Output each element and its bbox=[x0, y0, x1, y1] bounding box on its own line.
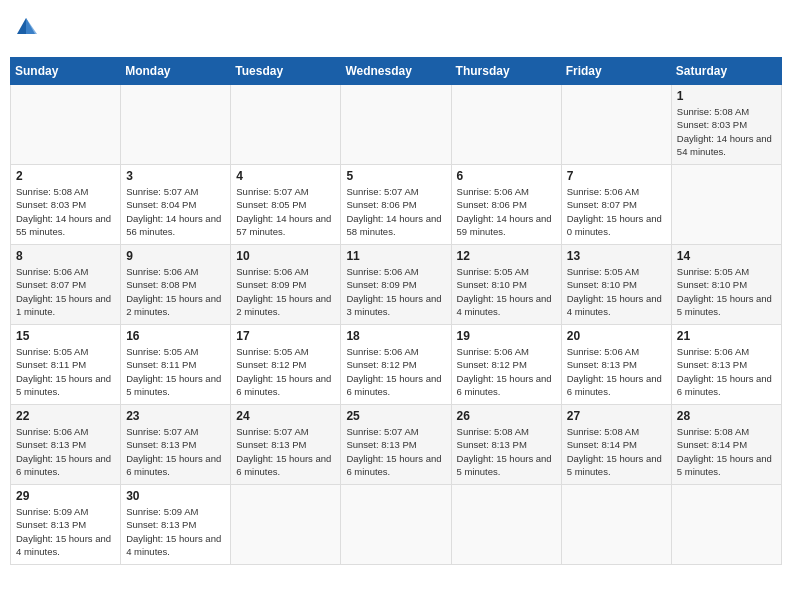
calendar-cell: 4Sunrise: 5:07 AMSunset: 8:05 PMDaylight… bbox=[231, 165, 341, 245]
day-info: Sunrise: 5:05 AMSunset: 8:10 PMDaylight:… bbox=[677, 266, 772, 317]
calendar-cell: 28Sunrise: 5:08 AMSunset: 8:14 PMDayligh… bbox=[671, 405, 781, 485]
calendar-cell: 17Sunrise: 5:05 AMSunset: 8:12 PMDayligh… bbox=[231, 325, 341, 405]
day-number: 12 bbox=[457, 249, 556, 263]
day-header-thursday: Thursday bbox=[451, 58, 561, 85]
day-number: 27 bbox=[567, 409, 666, 423]
day-info: Sunrise: 5:09 AMSunset: 8:13 PMDaylight:… bbox=[126, 506, 221, 557]
day-header-saturday: Saturday bbox=[671, 58, 781, 85]
day-info: Sunrise: 5:07 AMSunset: 8:05 PMDaylight:… bbox=[236, 186, 331, 237]
calendar-cell: 27Sunrise: 5:08 AMSunset: 8:14 PMDayligh… bbox=[561, 405, 671, 485]
calendar-cell: 30Sunrise: 5:09 AMSunset: 8:13 PMDayligh… bbox=[121, 485, 231, 565]
day-info: Sunrise: 5:05 AMSunset: 8:12 PMDaylight:… bbox=[236, 346, 331, 397]
day-number: 30 bbox=[126, 489, 225, 503]
day-info: Sunrise: 5:06 AMSunset: 8:07 PMDaylight:… bbox=[16, 266, 111, 317]
week-row-5: 22Sunrise: 5:06 AMSunset: 8:13 PMDayligh… bbox=[11, 405, 782, 485]
day-number: 15 bbox=[16, 329, 115, 343]
day-header-wednesday: Wednesday bbox=[341, 58, 451, 85]
calendar-cell: 29Sunrise: 5:09 AMSunset: 8:13 PMDayligh… bbox=[11, 485, 121, 565]
calendar-cell: 1Sunrise: 5:08 AMSunset: 8:03 PMDaylight… bbox=[671, 85, 781, 165]
days-header-row: SundayMondayTuesdayWednesdayThursdayFrid… bbox=[11, 58, 782, 85]
day-info: Sunrise: 5:05 AMSunset: 8:11 PMDaylight:… bbox=[16, 346, 111, 397]
calendar-cell: 9Sunrise: 5:06 AMSunset: 8:08 PMDaylight… bbox=[121, 245, 231, 325]
calendar-cell: 22Sunrise: 5:06 AMSunset: 8:13 PMDayligh… bbox=[11, 405, 121, 485]
day-info: Sunrise: 5:06 AMSunset: 8:12 PMDaylight:… bbox=[346, 346, 441, 397]
day-info: Sunrise: 5:07 AMSunset: 8:06 PMDaylight:… bbox=[346, 186, 441, 237]
calendar-cell bbox=[121, 85, 231, 165]
calendar-cell bbox=[341, 485, 451, 565]
calendar-cell: 23Sunrise: 5:07 AMSunset: 8:13 PMDayligh… bbox=[121, 405, 231, 485]
day-number: 1 bbox=[677, 89, 776, 103]
day-number: 23 bbox=[126, 409, 225, 423]
calendar-cell: 21Sunrise: 5:06 AMSunset: 8:13 PMDayligh… bbox=[671, 325, 781, 405]
calendar-cell: 2Sunrise: 5:08 AMSunset: 8:03 PMDaylight… bbox=[11, 165, 121, 245]
calendar-cell bbox=[451, 85, 561, 165]
day-info: Sunrise: 5:06 AMSunset: 8:13 PMDaylight:… bbox=[567, 346, 662, 397]
day-number: 26 bbox=[457, 409, 556, 423]
day-number: 19 bbox=[457, 329, 556, 343]
day-info: Sunrise: 5:08 AMSunset: 8:03 PMDaylight:… bbox=[16, 186, 111, 237]
calendar-table: SundayMondayTuesdayWednesdayThursdayFrid… bbox=[10, 57, 782, 565]
day-number: 14 bbox=[677, 249, 776, 263]
week-row-6: 29Sunrise: 5:09 AMSunset: 8:13 PMDayligh… bbox=[11, 485, 782, 565]
calendar-cell: 24Sunrise: 5:07 AMSunset: 8:13 PMDayligh… bbox=[231, 405, 341, 485]
calendar-cell: 14Sunrise: 5:05 AMSunset: 8:10 PMDayligh… bbox=[671, 245, 781, 325]
day-info: Sunrise: 5:06 AMSunset: 8:06 PMDaylight:… bbox=[457, 186, 552, 237]
day-info: Sunrise: 5:08 AMSunset: 8:13 PMDaylight:… bbox=[457, 426, 552, 477]
day-number: 4 bbox=[236, 169, 335, 183]
calendar-cell: 26Sunrise: 5:08 AMSunset: 8:13 PMDayligh… bbox=[451, 405, 561, 485]
calendar-cell bbox=[11, 85, 121, 165]
calendar-cell: 10Sunrise: 5:06 AMSunset: 8:09 PMDayligh… bbox=[231, 245, 341, 325]
day-info: Sunrise: 5:06 AMSunset: 8:13 PMDaylight:… bbox=[677, 346, 772, 397]
logo-text bbox=[14, 16, 37, 43]
day-number: 22 bbox=[16, 409, 115, 423]
day-info: Sunrise: 5:06 AMSunset: 8:08 PMDaylight:… bbox=[126, 266, 221, 317]
day-number: 10 bbox=[236, 249, 335, 263]
day-number: 13 bbox=[567, 249, 666, 263]
day-header-friday: Friday bbox=[561, 58, 671, 85]
week-row-4: 15Sunrise: 5:05 AMSunset: 8:11 PMDayligh… bbox=[11, 325, 782, 405]
day-info: Sunrise: 5:07 AMSunset: 8:13 PMDaylight:… bbox=[346, 426, 441, 477]
calendar-cell bbox=[561, 85, 671, 165]
calendar-cell bbox=[231, 485, 341, 565]
logo bbox=[14, 16, 39, 43]
day-info: Sunrise: 5:09 AMSunset: 8:13 PMDaylight:… bbox=[16, 506, 111, 557]
svg-marker-1 bbox=[26, 18, 37, 34]
day-info: Sunrise: 5:07 AMSunset: 8:13 PMDaylight:… bbox=[236, 426, 331, 477]
calendar-cell: 7Sunrise: 5:06 AMSunset: 8:07 PMDaylight… bbox=[561, 165, 671, 245]
calendar-cell: 11Sunrise: 5:06 AMSunset: 8:09 PMDayligh… bbox=[341, 245, 451, 325]
day-number: 7 bbox=[567, 169, 666, 183]
day-number: 5 bbox=[346, 169, 445, 183]
day-header-tuesday: Tuesday bbox=[231, 58, 341, 85]
day-info: Sunrise: 5:08 AMSunset: 8:14 PMDaylight:… bbox=[567, 426, 662, 477]
day-number: 9 bbox=[126, 249, 225, 263]
week-row-1: 1Sunrise: 5:08 AMSunset: 8:03 PMDaylight… bbox=[11, 85, 782, 165]
calendar-cell bbox=[341, 85, 451, 165]
day-info: Sunrise: 5:05 AMSunset: 8:11 PMDaylight:… bbox=[126, 346, 221, 397]
logo-icon bbox=[15, 16, 37, 38]
page-header bbox=[10, 10, 782, 49]
calendar-cell bbox=[561, 485, 671, 565]
calendar-cell: 20Sunrise: 5:06 AMSunset: 8:13 PMDayligh… bbox=[561, 325, 671, 405]
day-number: 29 bbox=[16, 489, 115, 503]
day-info: Sunrise: 5:05 AMSunset: 8:10 PMDaylight:… bbox=[457, 266, 552, 317]
day-info: Sunrise: 5:06 AMSunset: 8:07 PMDaylight:… bbox=[567, 186, 662, 237]
week-row-3: 8Sunrise: 5:06 AMSunset: 8:07 PMDaylight… bbox=[11, 245, 782, 325]
day-number: 6 bbox=[457, 169, 556, 183]
week-row-2: 2Sunrise: 5:08 AMSunset: 8:03 PMDaylight… bbox=[11, 165, 782, 245]
day-number: 16 bbox=[126, 329, 225, 343]
day-number: 3 bbox=[126, 169, 225, 183]
day-header-sunday: Sunday bbox=[11, 58, 121, 85]
calendar-cell: 3Sunrise: 5:07 AMSunset: 8:04 PMDaylight… bbox=[121, 165, 231, 245]
calendar-cell: 8Sunrise: 5:06 AMSunset: 8:07 PMDaylight… bbox=[11, 245, 121, 325]
calendar-cell: 12Sunrise: 5:05 AMSunset: 8:10 PMDayligh… bbox=[451, 245, 561, 325]
calendar-cell: 15Sunrise: 5:05 AMSunset: 8:11 PMDayligh… bbox=[11, 325, 121, 405]
calendar-cell bbox=[671, 485, 781, 565]
day-number: 24 bbox=[236, 409, 335, 423]
day-info: Sunrise: 5:05 AMSunset: 8:10 PMDaylight:… bbox=[567, 266, 662, 317]
day-number: 25 bbox=[346, 409, 445, 423]
day-info: Sunrise: 5:07 AMSunset: 8:13 PMDaylight:… bbox=[126, 426, 221, 477]
day-number: 20 bbox=[567, 329, 666, 343]
day-info: Sunrise: 5:08 AMSunset: 8:14 PMDaylight:… bbox=[677, 426, 772, 477]
day-info: Sunrise: 5:06 AMSunset: 8:13 PMDaylight:… bbox=[16, 426, 111, 477]
day-info: Sunrise: 5:06 AMSunset: 8:12 PMDaylight:… bbox=[457, 346, 552, 397]
